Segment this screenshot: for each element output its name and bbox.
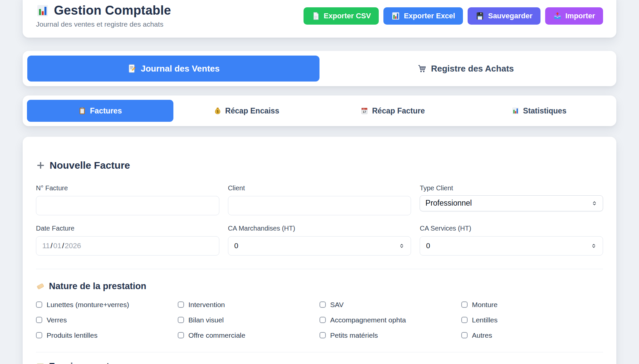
header-actions: Exporter CSV Exporter Excel Sauvegarder … bbox=[304, 7, 603, 25]
type-client-selected-value: Professionnel bbox=[425, 199, 591, 208]
encaissements-heading: Encaissements bbox=[36, 361, 603, 364]
number-spinner-icon[interactable] bbox=[591, 242, 597, 250]
checkbox-unchecked-icon[interactable] bbox=[178, 317, 184, 323]
tab-factures[interactable]: Factures bbox=[27, 100, 173, 122]
checkbox-unchecked-icon[interactable] bbox=[461, 317, 468, 323]
memo-icon bbox=[127, 64, 136, 73]
tab-recap-encaiss[interactable]: Récap Encaiss bbox=[173, 100, 320, 122]
bar-chart-icon bbox=[36, 4, 49, 17]
client-input[interactable] bbox=[228, 196, 411, 215]
nature-options-grid: Lunettes (monture+verres) Intervention S… bbox=[36, 301, 603, 339]
new-invoice-heading: Nouvelle Facture bbox=[36, 160, 603, 171]
checkbox-unchecked-icon[interactable] bbox=[36, 301, 42, 308]
divider bbox=[36, 352, 603, 352]
nature-option-sav[interactable]: SAV bbox=[320, 301, 461, 309]
checkbox-unchecked-icon[interactable] bbox=[36, 332, 42, 338]
tab-statistiques[interactable]: Statistiques bbox=[466, 100, 612, 122]
header-button-1[interactable]: Exporter Excel bbox=[383, 7, 463, 25]
shopping-cart-icon bbox=[417, 64, 427, 73]
checkbox-unchecked-icon[interactable] bbox=[36, 317, 42, 323]
n-facture-input[interactable] bbox=[36, 196, 219, 215]
nature-option-bilan-visuel[interactable]: Bilan visuel bbox=[178, 316, 320, 324]
main-tab-bar: Journal des Ventes Registre des Achats bbox=[23, 51, 616, 86]
checkbox-unchecked-icon[interactable] bbox=[178, 332, 184, 338]
field-ca-services: CA Services (HT) 0 bbox=[420, 225, 603, 256]
tag-icon bbox=[36, 282, 45, 290]
invoice-form-grid: N° Facture Client Type Client Profession… bbox=[36, 184, 603, 256]
nature-option-lunettes[interactable]: Lunettes (monture+verres) bbox=[36, 301, 178, 309]
checkbox-unchecked-icon[interactable] bbox=[320, 301, 326, 308]
date-day[interactable]: 11 bbox=[42, 242, 50, 250]
header-button-0[interactable]: Exporter CSV bbox=[304, 7, 379, 25]
tab-journal-des-ventes[interactable]: Journal des Ventes bbox=[27, 56, 320, 82]
credit-card-icon bbox=[36, 362, 45, 364]
type-client-select[interactable]: Professionnel bbox=[420, 195, 603, 211]
date-year[interactable]: 2026 bbox=[65, 242, 213, 250]
header-titles: Gestion Comptable Journal des ventes et … bbox=[36, 3, 171, 28]
divider bbox=[36, 269, 603, 269]
nature-option-intervention[interactable]: Intervention bbox=[178, 301, 320, 309]
floppy-disk-icon bbox=[476, 12, 484, 20]
tab-registre-des-achats[interactable]: Registre des Achats bbox=[320, 56, 612, 82]
field-type-client: Type Client Professionnel bbox=[420, 184, 603, 215]
page-title: Gestion Comptable bbox=[36, 3, 171, 18]
nature-heading: Nature de la prestation bbox=[36, 281, 603, 291]
nature-option-monture[interactable]: Monture bbox=[461, 301, 603, 309]
checkbox-unchecked-icon[interactable] bbox=[320, 317, 326, 323]
ca-marchandises-input[interactable]: 0 bbox=[228, 236, 411, 256]
date-separator: / bbox=[50, 242, 53, 250]
page-subtitle: Journal des ventes et registre des achat… bbox=[36, 20, 171, 28]
field-client: Client bbox=[228, 184, 411, 215]
checkbox-unchecked-icon[interactable] bbox=[178, 301, 184, 308]
invoice-form-card: Nouvelle Facture N° Facture Client Type … bbox=[23, 137, 616, 364]
checkbox-unchecked-icon[interactable] bbox=[320, 332, 326, 338]
date-facture-input[interactable]: 11 / 01 / 2026 bbox=[36, 236, 219, 256]
bar-chart-icon bbox=[391, 12, 400, 20]
document-icon bbox=[312, 12, 320, 20]
ca-marchandises-label: CA Marchandises (HT) bbox=[228, 225, 411, 232]
plus-icon bbox=[36, 161, 45, 170]
sub-tab-bar: Factures Récap Encaiss Récap Facture Sta… bbox=[23, 95, 616, 126]
tab-recap-facture[interactable]: Récap Facture bbox=[320, 100, 466, 122]
client-label: Client bbox=[228, 184, 411, 192]
chevron-up-down-icon bbox=[591, 199, 597, 208]
nature-option-offre-commerciale[interactable]: Offre commerciale bbox=[178, 331, 320, 339]
checkbox-unchecked-icon[interactable] bbox=[461, 301, 468, 308]
field-date-facture: Date Facture 11 / 01 / 2026 bbox=[36, 225, 219, 256]
date-facture-label: Date Facture bbox=[36, 225, 219, 232]
header-card: Gestion Comptable Journal des ventes et … bbox=[23, 0, 616, 38]
ca-services-input[interactable]: 0 bbox=[420, 236, 603, 256]
n-facture-label: N° Facture bbox=[36, 184, 219, 192]
number-spinner-icon[interactable] bbox=[399, 242, 405, 250]
money-bag-icon bbox=[214, 107, 222, 115]
date-separator: / bbox=[61, 242, 65, 250]
clipboard-icon bbox=[78, 107, 86, 115]
type-client-label: Type Client bbox=[420, 184, 603, 192]
inbox-tray-icon bbox=[553, 12, 562, 20]
ca-services-label: CA Services (HT) bbox=[420, 225, 603, 232]
page: Gestion Comptable Journal des ventes et … bbox=[23, 0, 616, 364]
nature-option-petits-materiels[interactable]: Petits matériels bbox=[320, 331, 461, 339]
nature-option-produits-lentilles[interactable]: Produits lentilles bbox=[36, 331, 178, 339]
header-button-2[interactable]: Sauvegarder bbox=[468, 7, 540, 25]
nature-option-lentilles[interactable]: Lentilles bbox=[461, 316, 603, 324]
nature-option-accompagnement-ophta[interactable]: Accompagnement ophta bbox=[320, 316, 461, 324]
nature-option-verres[interactable]: Verres bbox=[36, 316, 178, 324]
field-n-facture: N° Facture bbox=[36, 184, 219, 215]
calendar-icon bbox=[360, 107, 368, 115]
checkbox-unchecked-icon[interactable] bbox=[461, 332, 468, 338]
header-button-3[interactable]: Importer bbox=[545, 7, 603, 25]
date-month[interactable]: 01 bbox=[53, 242, 61, 250]
bar-chart-icon bbox=[512, 107, 520, 115]
field-ca-marchandises: CA Marchandises (HT) 0 bbox=[228, 225, 411, 256]
nature-option-autres[interactable]: Autres bbox=[461, 331, 603, 339]
